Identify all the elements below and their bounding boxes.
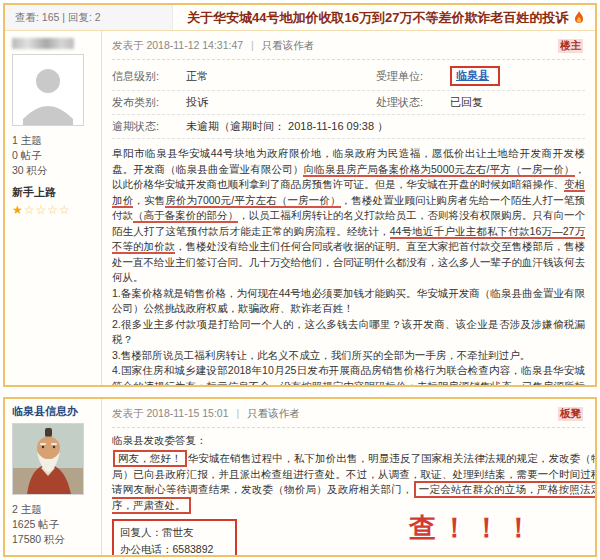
author-stats: 2 主题 1625 帖子 17580 积分: [12, 502, 94, 547]
only-author-link[interactable]: 只看该作者: [247, 407, 300, 419]
post-content: 发表于 2018-11-15 15:01 | 只看该作者 板凳 临泉县发改委答复…: [102, 399, 595, 555]
red-underlined-text: 房价为7000元/平方左右（一房一价）: [165, 194, 340, 208]
floor-badge[interactable]: 楼主: [558, 39, 583, 53]
reply-department-title: 临泉县发改委答复：: [112, 434, 585, 448]
red-annotation-box-contact: 回复人：雷世友 办公电话：6583892: [112, 519, 237, 555]
star-empty-icon: ☆: [59, 203, 71, 217]
info-label: 信息级别:: [112, 69, 186, 84]
body-text: ，售楼处没有给业主们任何合同或者收据的证明。直至大家把首付款交至售楼部后，售楼处…: [112, 240, 585, 283]
star-empty-icon: ☆: [36, 203, 48, 217]
author-points: 30 积分: [12, 163, 94, 178]
meta-separator: |: [251, 39, 254, 51]
meta-separator: |: [236, 407, 239, 419]
star-empty-icon: ☆: [24, 203, 36, 217]
info-value: 正常: [186, 69, 376, 84]
author-topic-count: 1 主题: [12, 133, 94, 148]
flame-icon: [573, 11, 585, 25]
info-label: 逾期状态:: [112, 119, 186, 134]
complaint-info-table: 信息级别: 正常 受理单位: 临泉县 发布类别: 投诉 处理状态: 已回复 逾期…: [112, 62, 585, 139]
accepting-unit-link[interactable]: 临泉县: [456, 69, 489, 81]
avatar[interactable]: [12, 423, 84, 495]
author-rank-stars: ★☆☆☆☆: [12, 203, 94, 217]
body-text: 2.很多业主多付款项是打给同一个人的，这么多钱去向哪里？该开发商、该企业是否涉及…: [112, 318, 585, 346]
red-underlined-text: 向临泉县房产局备案价格为5000元左右/平方（一房一价）: [303, 163, 574, 177]
author-post-count: 0 帖子: [12, 148, 94, 163]
thread-post-2: 临泉县信息办 2 主题 1625 帖子: [3, 397, 597, 557]
author-post-count: 1625 帖子: [12, 517, 94, 532]
thread-title: 关于华安城44号地加价收取16万到27万不等差价欺诈老百姓的投诉: [187, 9, 568, 27]
info-row-category: 发布类别: 投诉 处理状态: 已回复: [112, 91, 585, 115]
complaint-body-text: 阜阳市临泉县华安城44号块地为政府限价地，临泉政府为民造福，愿低价出让土地给开发…: [112, 146, 585, 386]
default-avatar-image: [13, 55, 83, 125]
body-text: 1.备案价格就是销售价格，为何现在44号地必须要加钱才能购买。华安城开发商（临泉…: [112, 287, 585, 315]
office-phone: 办公电话：6583892: [120, 541, 213, 555]
star-filled-icon: ★: [12, 203, 24, 217]
thread-post-1: 查看: 165 | 回复: 2 关于华安城44号地加价收取16万到27万不等差价…: [3, 3, 597, 387]
info-label: 处理状态:: [376, 95, 450, 110]
investigate-stamp-text: 查！！！: [409, 510, 537, 546]
author-panel: 1 主题 0 帖子 30 积分 新手上路 ★☆☆☆☆: [5, 31, 102, 386]
author-stats: 1 主题 0 帖子 30 积分: [12, 133, 94, 178]
author-panel: 临泉县信息办 2 主题 1625 帖子: [5, 399, 102, 555]
info-label: 发布类别:: [112, 95, 186, 110]
post-meta-row: 发表于 2018-11-12 14:31:47 | 只看该作者 楼主: [112, 35, 585, 60]
author-username[interactable]: 临泉县信息办: [12, 404, 94, 419]
replier-name: 回复人：雷世友: [120, 524, 213, 541]
red-annotation-box: 临泉县: [450, 66, 500, 86]
body-text: ，实售: [133, 194, 165, 206]
author-points: 17580 积分: [12, 532, 94, 547]
sage-avatar-image: [13, 424, 83, 494]
floor-badge[interactable]: 板凳: [558, 407, 583, 421]
post-content: 发表于 2018-11-12 14:31:47 | 只看该作者 楼主 信息级别:…: [102, 31, 595, 386]
info-row-overdue: 逾期状态: 未逾期（逾期时间： 2018-11-16 09:38 ）: [112, 115, 585, 139]
author-topic-count: 2 主题: [12, 502, 94, 517]
body-text: 3.售楼部所说员工福利房转让，此名义不成立，我们所买的全部为一手房，不牵扯到过户…: [112, 349, 530, 361]
author-username-blurred[interactable]: [12, 38, 74, 49]
info-row-level: 信息级别: 正常 受理单位: 临泉县: [112, 62, 585, 91]
star-empty-icon: ☆: [47, 203, 59, 217]
post-timestamp: 发表于 2018-11-15 15:01: [112, 407, 229, 419]
author-rank: 新手上路: [12, 185, 94, 200]
official-reply-text: 网友，您好！华安城在销售过程中，私下加价出售，明显违反了国家相关法律法规的规定，…: [112, 451, 595, 513]
info-label: 受理单位:: [376, 69, 450, 84]
thread-header-bar: 查看: 165 | 回复: 2 关于华安城44号地加价收取16万到27万不等差价…: [5, 5, 595, 31]
thread-title-cell: 关于华安城44号地加价收取16万到27万不等差价欺诈老百姓的投诉: [173, 5, 595, 30]
avatar[interactable]: [12, 54, 84, 126]
only-author-link[interactable]: 只看该作者: [262, 39, 315, 51]
info-value: 已回复: [450, 95, 483, 110]
post-timestamp: 发表于 2018-11-12 14:31:47: [112, 39, 243, 51]
info-value: 投诉: [186, 95, 376, 110]
views-replies-counter: 查看: 165 | 回复: 2: [5, 5, 173, 30]
body-text: 4.国家住房和城乡建设部2018年10月25日发布开展商品房销售价格行为联合检查…: [112, 364, 585, 386]
red-underlined-text: （高于备案价的部分）: [133, 209, 238, 223]
post-meta-row: 发表于 2018-11-15 15:01 | 只看该作者 板凳: [112, 403, 585, 428]
author-rank: 部门会员: [12, 554, 94, 555]
info-value: 未逾期（逾期时间： 2018-11-16 09:38 ）: [186, 119, 388, 134]
red-boxed-text: 网友，您好！: [113, 450, 187, 467]
